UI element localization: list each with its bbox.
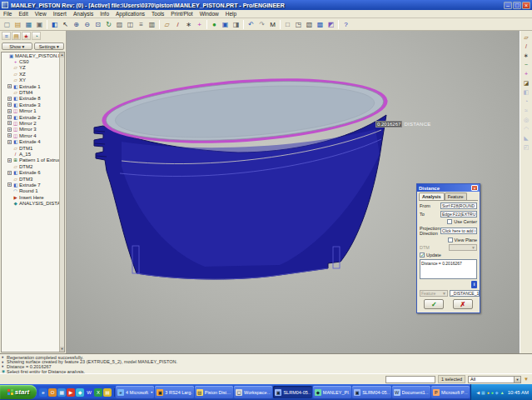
- minimize-button[interactable]: –: [504, 2, 512, 9]
- task-piston-dist[interactable]: ▤Piston Dist…: [195, 386, 233, 398]
- menu-help[interactable]: Help: [222, 11, 240, 17]
- tree-item-manley-piston-prt[interactable]: ▣MANLEY_PISTON.PRT: [2, 52, 64, 58]
- task-slrm04-05[interactable]: ▣SLRM04-05…: [273, 386, 311, 398]
- settings-dropdown[interactable]: Settings ▾: [34, 42, 65, 50]
- quicklaunch-explorer-icon[interactable]: ▤: [103, 388, 112, 397]
- graphics-area[interactable]: 0.2016267 DISTANCE Distance × AnalysisFe…: [67, 31, 520, 353]
- chevron-down-icon[interactable]: ▾: [151, 390, 152, 394]
- expand-icon[interactable]: +: [7, 133, 12, 138]
- tree-item-xz[interactable]: ▱XZ: [2, 71, 64, 77]
- tree-scrollbar[interactable]: ▲ ▼: [59, 52, 64, 352]
- expand-icon[interactable]: +: [7, 115, 12, 119]
- task-document1[interactable]: WDocument1…: [392, 386, 430, 398]
- datum-axes-toggle-icon[interactable]: /: [172, 19, 183, 29]
- expand-icon[interactable]: +: [7, 140, 12, 144]
- refit-icon[interactable]: ⊡: [92, 19, 103, 29]
- datum-axis-tool-icon[interactable]: /: [521, 42, 531, 51]
- menu-info[interactable]: Info: [97, 11, 112, 17]
- tree-item-yz[interactable]: ▱YZ: [2, 65, 64, 71]
- task-slrm04-05[interactable]: ▣SLRM04-05…: [352, 386, 390, 398]
- tree-item-extrude-2[interactable]: +◧Extrude 2: [2, 114, 64, 120]
- sketch-tool-icon[interactable]: ◪: [521, 78, 531, 88]
- tree-item-mirror-1[interactable]: +◫Mirror 1: [2, 108, 64, 114]
- tree-item-mirror-3[interactable]: +◫Mirror 3: [2, 127, 64, 132]
- result-text-area[interactable]: Distance = 0.2016267: [420, 259, 477, 279]
- display-settings-icon[interactable]: ▣: [220, 19, 231, 29]
- close-button[interactable]: ×: [522, 2, 530, 9]
- tree-item-dtm1[interactable]: ▱DTM1: [2, 145, 64, 151]
- messenger-tray-icon[interactable]: ◆: [495, 389, 499, 396]
- quicklaunch-excel-icon[interactable]: X: [94, 388, 102, 397]
- tree-item-dtm3[interactable]: ▱DTM3: [2, 176, 64, 182]
- tree-item-a-15[interactable]: /A_15: [2, 151, 64, 157]
- open-file-icon[interactable]: ▤: [12, 19, 23, 29]
- antivirus-icon[interactable]: ●: [487, 389, 490, 396]
- volume-icon[interactable]: ◀: [476, 389, 480, 396]
- history-tab[interactable]: ◔: [32, 32, 41, 40]
- expand-icon[interactable]: +: [7, 171, 12, 175]
- tree-item-mirror-2[interactable]: +◫Mirror 2: [2, 120, 64, 126]
- undo-icon[interactable]: ↶: [246, 19, 256, 29]
- menu-print-plot[interactable]: Print/Plot: [167, 11, 196, 17]
- dialog-close-icon[interactable]: ×: [471, 185, 478, 191]
- dialog-title-bar[interactable]: Distance ×: [417, 184, 480, 192]
- tree-item-pattern-1-of-extrude-5[interactable]: +⊞Pattern 1 of Extrude 5: [2, 158, 64, 163]
- updates-icon[interactable]: ●: [491, 389, 494, 396]
- scroll-up-icon[interactable]: ▲: [60, 52, 64, 58]
- safely-remove-icon[interactable]: ▲: [500, 389, 505, 396]
- quicklaunch-internet-explorer-icon[interactable]: e: [39, 388, 47, 397]
- view-plane-checkbox[interactable]: [448, 238, 453, 242]
- search-icon[interactable]: M: [267, 19, 278, 29]
- tree-item-mirror-4[interactable]: +◫Mirror 4: [2, 132, 64, 138]
- datum-planes-toggle-icon[interactable]: ▱: [162, 19, 172, 29]
- context-help-icon[interactable]: ?: [341, 19, 351, 29]
- enhanced-display-icon[interactable]: ◩: [326, 19, 336, 29]
- filter-icon[interactable]: ▼: [524, 377, 529, 382]
- status-input[interactable]: [385, 376, 435, 383]
- show-dropdown[interactable]: Show ▾: [2, 42, 32, 50]
- cancel-button[interactable]: ✗: [453, 299, 473, 309]
- datum-point-tool-icon[interactable]: ∗: [521, 51, 531, 60]
- from-reference-field[interactable]: Surf:F28(ROUND: [440, 202, 477, 209]
- tree-item-extrude-1[interactable]: +◧Extrude 1: [2, 83, 64, 89]
- task-microsoft-p[interactable]: PMicrosoft P…: [431, 386, 470, 398]
- menu-file[interactable]: File: [0, 11, 15, 17]
- datum-plane-tool-icon[interactable]: ▱: [521, 32, 531, 42]
- tree-item-extrude-3[interactable]: +◧Extrude 3: [2, 102, 64, 108]
- datum-curve-tool-icon[interactable]: ~: [521, 60, 531, 69]
- tree-item-xy[interactable]: ▱XY: [2, 78, 64, 83]
- datum-points-toggle-icon[interactable]: ∗: [183, 19, 194, 29]
- datum-csys-tool-icon[interactable]: +: [521, 69, 531, 78]
- add-reference-button[interactable]: Click here to add i: [440, 228, 477, 234]
- expand-icon[interactable]: +: [7, 102, 12, 107]
- analysis-name-field[interactable]: _DISTANCE_1: [450, 290, 480, 297]
- menu-tools[interactable]: Tools: [148, 11, 167, 17]
- scroll-down-icon[interactable]: ▼: [60, 347, 64, 352]
- chevron-down-icon[interactable]: ▼: [514, 377, 520, 382]
- network-icon[interactable]: ▦: [481, 389, 485, 396]
- tree-item-extrude-7[interactable]: +◧Extrude 7: [2, 182, 64, 188]
- model-player-icon[interactable]: ◧: [49, 19, 60, 29]
- wireframe-display-icon[interactable]: □: [282, 19, 293, 29]
- info-icon[interactable]: i: [471, 281, 477, 288]
- quicklaunch-media-player-icon[interactable]: ▶: [67, 388, 75, 397]
- print-icon[interactable]: ▣: [34, 19, 45, 29]
- expand-icon[interactable]: +: [7, 97, 12, 101]
- new-file-icon[interactable]: ▢: [2, 19, 12, 29]
- menu-edit[interactable]: Edit: [15, 11, 31, 17]
- expand-icon[interactable]: +: [7, 182, 12, 187]
- quicklaunch-outlook-icon[interactable]: O: [48, 388, 57, 397]
- tab-feature[interactable]: Feature: [445, 192, 467, 200]
- quicklaunch-messenger-icon[interactable]: ◆: [76, 388, 84, 397]
- expand-icon[interactable]: +: [7, 158, 12, 162]
- saved-views-icon[interactable]: ◫: [125, 19, 136, 29]
- tree-item-insert-here[interactable]: ▶Insert Here: [2, 194, 64, 200]
- reorient-icon[interactable]: ↻: [103, 19, 114, 29]
- model-tree-tab[interactable]: ≡: [2, 32, 11, 40]
- menu-analysis[interactable]: Analysis: [70, 11, 97, 17]
- expand-icon[interactable]: +: [7, 128, 12, 132]
- menu-view[interactable]: View: [32, 11, 50, 17]
- tree-item-extrude-4[interactable]: +◧Extrude 4: [2, 138, 64, 144]
- select-arrow-icon[interactable]: ↖: [60, 19, 71, 29]
- selection-filter-combo[interactable]: All ▼: [468, 376, 521, 383]
